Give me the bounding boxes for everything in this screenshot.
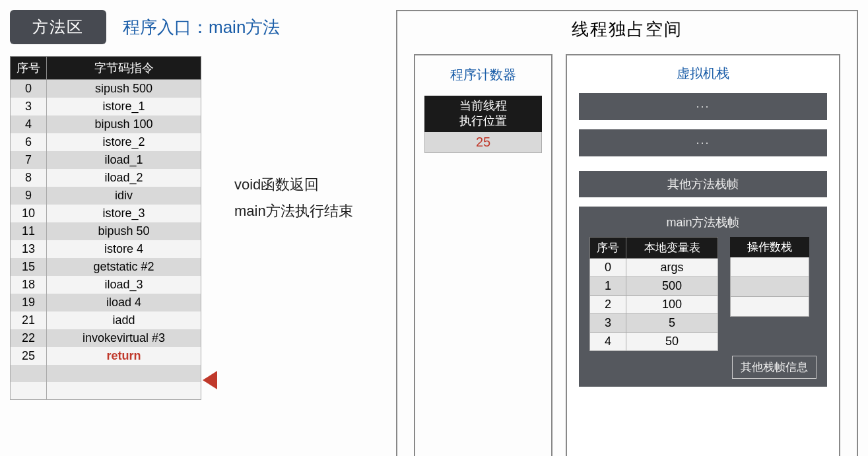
bytecode-row: 8iload_2 — [11, 169, 201, 187]
lv-val: 500 — [626, 277, 718, 296]
lv-seq: 4 — [590, 333, 626, 351]
bytecode-instr: istore_2 — [47, 133, 201, 151]
lv-header-val: 本地变量表 — [626, 238, 718, 259]
bytecode-row: 7iload_1 — [11, 151, 201, 169]
bytecode-instr: istore 4 — [47, 240, 201, 258]
bytecode-instr: iload 4 — [47, 294, 201, 311]
bytecode-row: 13istore 4 — [11, 240, 201, 258]
lv-val: args — [626, 259, 718, 277]
bytecode-seq: 18 — [11, 276, 47, 294]
bytecode-row: 19iload 4 — [11, 294, 201, 311]
current-instruction-arrow-icon — [203, 371, 217, 389]
entry-point-label: 程序入口：main方法 — [123, 16, 280, 39]
op-row — [730, 257, 809, 277]
lv-row: 1500 — [590, 277, 718, 296]
program-counter-title: 程序计数器 — [424, 66, 542, 84]
bytecode-instr: iadd — [47, 311, 201, 329]
bytecode-row: 0sipush 500 — [11, 80, 201, 98]
frame-title: main方法栈帧 — [589, 214, 817, 230]
vm-stack-box: 虚拟机栈 ··· ··· 其他方法栈帧 main方法栈帧 序号 本地变量表 — [566, 54, 840, 456]
bytecode-instr: invokevirtual #3 — [47, 329, 201, 347]
operand-stack-header: 操作数栈 — [730, 237, 809, 257]
bytecode-instr: iload_3 — [47, 276, 201, 294]
bytecode-seq: 19 — [11, 294, 47, 311]
thread-area-title: 线程独占空间 — [414, 18, 840, 41]
vm-stack-title: 虚拟机栈 — [579, 65, 827, 82]
bytecode-seq: 9 — [11, 187, 47, 205]
note-line1: void函数返回 — [234, 172, 353, 198]
bytecode-seq: 15 — [11, 258, 47, 276]
method-area-badge: 方法区 — [10, 10, 106, 44]
main-stack-frame: main方法栈帧 序号 本地变量表 0args1500210035450 — [579, 207, 827, 387]
bytecode-instr: iload_1 — [47, 151, 201, 169]
bytecode-row: 10istore_3 — [11, 205, 201, 222]
bytecode-row: 4bipush 100 — [11, 115, 201, 133]
bytecode-row-empty — [11, 365, 201, 382]
bytecode-instr: istore_3 — [47, 205, 201, 222]
bytecode-seq: 21 — [11, 311, 47, 329]
bytecode-seq: 13 — [11, 240, 47, 258]
frame-footer: 其他栈帧信息 — [732, 356, 817, 379]
bytecode-seq: 4 — [11, 115, 47, 133]
lv-row: 450 — [590, 333, 718, 351]
lv-val: 100 — [626, 296, 718, 314]
note-line2: main方法执行结束 — [234, 198, 353, 224]
bytecode-row: 6istore_2 — [11, 133, 201, 151]
pc-value: 25 — [424, 132, 542, 153]
bytecode-row: 22invokevirtual #3 — [11, 329, 201, 347]
bytecode-instr: sipush 500 — [47, 80, 201, 98]
lv-row: 2100 — [590, 296, 718, 314]
bytecode-header-instr: 字节码指令 — [47, 57, 201, 80]
lv-seq: 1 — [590, 277, 626, 296]
operand-stack: 操作数栈 — [730, 237, 809, 351]
pc-header: 当前线程 执行位置 — [424, 96, 542, 132]
program-counter-box: 程序计数器 当前线程 执行位置 25 — [414, 54, 552, 456]
bytecode-seq: 22 — [11, 329, 47, 347]
bytecode-row: 21iadd — [11, 311, 201, 329]
lv-seq: 3 — [590, 314, 626, 333]
bytecode-row: 25return — [11, 347, 201, 365]
bytecode-seq: 7 — [11, 151, 47, 169]
lv-val: 5 — [626, 314, 718, 333]
local-variable-table: 序号 本地变量表 0args1500210035450 — [589, 237, 718, 351]
bytecode-seq: 8 — [11, 169, 47, 187]
bytecode-row: 11bipush 50 — [11, 222, 201, 240]
bytecode-seq: 6 — [11, 133, 47, 151]
lv-row: 35 — [590, 314, 718, 333]
bytecode-instr: istore_1 — [47, 98, 201, 115]
bytecode-seq: 3 — [11, 98, 47, 115]
lv-row: 0args — [590, 259, 718, 277]
bytecode-header-seq: 序号 — [11, 57, 47, 80]
bytecode-instr: getstatic #2 — [47, 258, 201, 276]
other-frames-label: 其他方法栈帧 — [579, 171, 827, 197]
op-row — [730, 297, 809, 317]
op-row — [730, 277, 809, 297]
bytecode-instr: bipush 100 — [47, 115, 201, 133]
bytecode-table: 序号 字节码指令 0sipush 5003istore_14bipush 100… — [10, 56, 201, 400]
bytecode-seq: 10 — [11, 205, 47, 222]
bytecode-instr: return — [47, 347, 201, 365]
lv-seq: 0 — [590, 259, 626, 277]
bytecode-seq: 11 — [11, 222, 47, 240]
lv-header-seq: 序号 — [590, 238, 626, 259]
bytecode-row: 3istore_1 — [11, 98, 201, 115]
bytecode-seq: 25 — [11, 347, 47, 365]
bytecode-instr: iload_2 — [47, 169, 201, 187]
execution-note: void函数返回 main方法执行结束 — [234, 172, 353, 224]
bytecode-instr: idiv — [47, 187, 201, 205]
bytecode-row: 9idiv — [11, 187, 201, 205]
bytecode-row-empty — [11, 382, 201, 399]
stack-slot-1: ··· — [579, 93, 827, 120]
bytecode-row: 15getstatic #2 — [11, 258, 201, 276]
stack-slot-2: ··· — [579, 129, 827, 156]
lv-seq: 2 — [590, 296, 626, 314]
lv-val: 50 — [626, 333, 718, 351]
bytecode-row: 18iload_3 — [11, 276, 201, 294]
bytecode-seq: 0 — [11, 80, 47, 98]
bytecode-instr: bipush 50 — [47, 222, 201, 240]
